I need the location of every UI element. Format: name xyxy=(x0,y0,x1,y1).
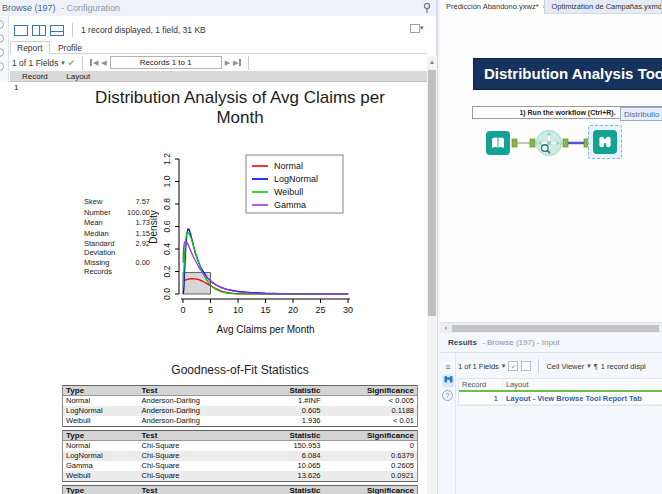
layout-single-pane-icon[interactable] xyxy=(14,25,28,36)
anchor-icon[interactable] xyxy=(0,48,4,57)
pin-icon[interactable] xyxy=(422,2,432,14)
svg-text:5: 5 xyxy=(208,305,213,315)
vertical-scrollbar[interactable]: ▲ xyxy=(427,56,437,494)
distribution-analysis-tool[interactable] xyxy=(536,130,562,156)
record-number: 1 xyxy=(14,83,18,92)
prev-record-button[interactable]: ◀ xyxy=(101,59,106,67)
gof-table-row: LogNormalAnderson-Darling0.6050.1188 xyxy=(63,406,417,416)
svg-text:1.2: 1.2 xyxy=(162,153,172,165)
tab-report[interactable]: Report xyxy=(10,41,50,54)
input-data-tool[interactable] xyxy=(486,131,510,155)
anchor-icon[interactable] xyxy=(0,34,4,43)
anchor-icon[interactable] xyxy=(0,62,4,71)
layout-vertical-split-icon[interactable] xyxy=(32,25,46,36)
gof-table-row: GammaChi-Square10.0650.2605 xyxy=(63,461,417,471)
report-area: 1 Distribution Analysis of Avg Claims pe… xyxy=(0,82,427,494)
column-header-record[interactable]: Record xyxy=(22,71,64,82)
document-tab-bar: Predicción Abandono.yxwz* × Optimization… xyxy=(440,0,662,14)
browse-tool[interactable] xyxy=(593,130,617,154)
gof-tables: TypeTestStatisticSignificanceNormalAnder… xyxy=(62,385,418,494)
records-range-box[interactable]: Records 1 to 1 xyxy=(110,56,222,69)
fields-selector[interactable]: 1 of 1 Fields xyxy=(458,362,499,371)
report-title: Distribution Analysis of Avg Claims per … xyxy=(70,88,410,128)
svg-text:0.0: 0.0 xyxy=(162,288,172,300)
layout-horizontal-split-icon[interactable] xyxy=(50,25,64,36)
stat-row: Skew7.57 xyxy=(84,198,150,207)
scrollbar-thumb[interactable] xyxy=(428,70,436,316)
view-options-dropdown[interactable]: ▾ xyxy=(410,24,424,33)
next-record-button[interactable]: ▶ xyxy=(225,59,230,67)
svg-text:30: 30 xyxy=(343,305,353,315)
new-window-icon[interactable] xyxy=(521,361,531,371)
tool-tooltip: Distributio xyxy=(620,107,662,121)
whitespace-toggle-icon[interactable]: ¶ xyxy=(594,362,598,371)
column-header-layout[interactable]: Layout xyxy=(503,379,662,390)
scrollbar-thumb[interactable] xyxy=(452,325,659,332)
stat-row: Mean1.73 xyxy=(84,219,150,228)
last-record-button[interactable]: ▶ xyxy=(233,59,241,67)
stat-row: Median1.15 xyxy=(84,230,150,239)
first-record-button[interactable]: ◀ xyxy=(90,59,98,67)
legend-label: Weibull xyxy=(274,187,303,197)
panel-subtitle: - Configuration xyxy=(61,3,120,13)
stats-block: Skew7.57Number100.00Mean1.73Median1.15St… xyxy=(84,198,150,278)
gof-table-row: LogNormalChi-Square6.0840.6379 xyxy=(63,451,417,461)
results-icon-strip: ≡ ? xyxy=(440,353,456,494)
input-data-icon xyxy=(489,134,507,152)
chevron-down-icon[interactable]: ▾ xyxy=(502,362,506,370)
results-header: Results - Browse (197) - Input xyxy=(448,338,560,347)
svg-text:0.6: 0.6 xyxy=(162,220,172,232)
workflow-canvas[interactable]: Distribution Analysis Tool 1) Run the wo… xyxy=(440,14,662,322)
select-fields-icon[interactable]: ✔ xyxy=(508,361,518,371)
gof-table-row: NormalChi-Square150.9530 xyxy=(63,441,417,451)
tab-optimization-campanas[interactable]: Optimization de Campañas.yxmd* xyxy=(545,0,662,14)
svg-text:1.0: 1.0 xyxy=(162,175,172,187)
x-axis-label: Avg Claims per Month xyxy=(216,324,314,335)
column-header-record[interactable]: Record xyxy=(459,379,503,390)
legend-label: Normal xyxy=(274,161,303,171)
help-icon[interactable]: ? xyxy=(442,390,453,401)
y-axis-label: Density xyxy=(148,210,159,243)
legend-label: Gamma xyxy=(274,200,306,210)
browse-binoculars-icon xyxy=(596,133,614,151)
legend-label: LogNormal xyxy=(274,174,318,184)
layout-report-link[interactable]: Layout - View Browse Tool Report Tab xyxy=(503,392,662,404)
list-view-icon[interactable]: ≡ xyxy=(442,361,454,373)
distribution-chart: 0.00.20.40.60.81.01.2051015202530Density… xyxy=(146,147,380,347)
svg-text:10: 10 xyxy=(233,305,243,315)
stat-row: Number100.00 xyxy=(84,209,150,218)
anchor-icon[interactable] xyxy=(0,20,4,29)
chevron-down-icon[interactable]: ▾ xyxy=(61,59,65,67)
svg-text:25: 25 xyxy=(315,305,325,315)
distribution-analysis-icon xyxy=(537,131,561,155)
selection-box xyxy=(588,125,622,159)
alteryx-designer-window: Browse (197) - Configuration 1 record di… xyxy=(0,0,662,494)
results-grid: Record Layout 1 Layout - View Browse Too… xyxy=(458,378,662,406)
record-status: 1 record displayed, 1 field, 31 KB xyxy=(81,25,206,35)
svg-text:0: 0 xyxy=(180,305,185,315)
results-grid-row: 1 Layout - View Browse Tool Report Tab xyxy=(459,392,662,405)
apply-check-icon[interactable]: ✔ xyxy=(68,58,76,68)
horizontal-scrollbar[interactable]: ‹ xyxy=(440,322,662,333)
gof-table: TypeTestStatisticSignificanceNormalChi-S… xyxy=(62,430,418,482)
svg-text:15: 15 xyxy=(260,305,270,315)
scroll-left-icon[interactable]: ‹ xyxy=(440,323,452,333)
cell-viewer-button[interactable]: Cell Viewer xyxy=(546,362,584,371)
stat-row: Missing Records0.00 xyxy=(84,259,150,276)
configuration-titlebar: Browse (197) - Configuration xyxy=(0,0,436,16)
tab-prediccion-abandono[interactable]: Predicción Abandono.yxwz* × xyxy=(440,0,545,14)
results-panel: Results - Browse (197) - Input ≡ ? 1 of … xyxy=(440,333,662,494)
column-header-layout[interactable]: Layout xyxy=(66,71,90,82)
results-grid-header: Record Layout xyxy=(459,379,662,392)
svg-text:20: 20 xyxy=(288,305,298,315)
tab-profile[interactable]: Profile xyxy=(52,42,88,55)
record-count-text: 1 record displ xyxy=(601,362,646,371)
browse-view-icon[interactable] xyxy=(442,375,454,387)
panel-title: Browse (197) xyxy=(2,3,56,13)
gof-table: TypeTestStatisticSignificanceNormalAnder… xyxy=(62,385,418,427)
results-toolbar: 1 of 1 Fields ▾ ✔ Cell Viewer ▾ ¶ 1 reco… xyxy=(458,359,662,373)
chevron-down-icon[interactable]: ▾ xyxy=(587,362,591,370)
scroll-up-icon[interactable]: ▲ xyxy=(427,56,437,68)
fields-selector[interactable]: 1 of 1 Fields xyxy=(12,58,58,68)
svg-text:0.8: 0.8 xyxy=(162,198,172,210)
